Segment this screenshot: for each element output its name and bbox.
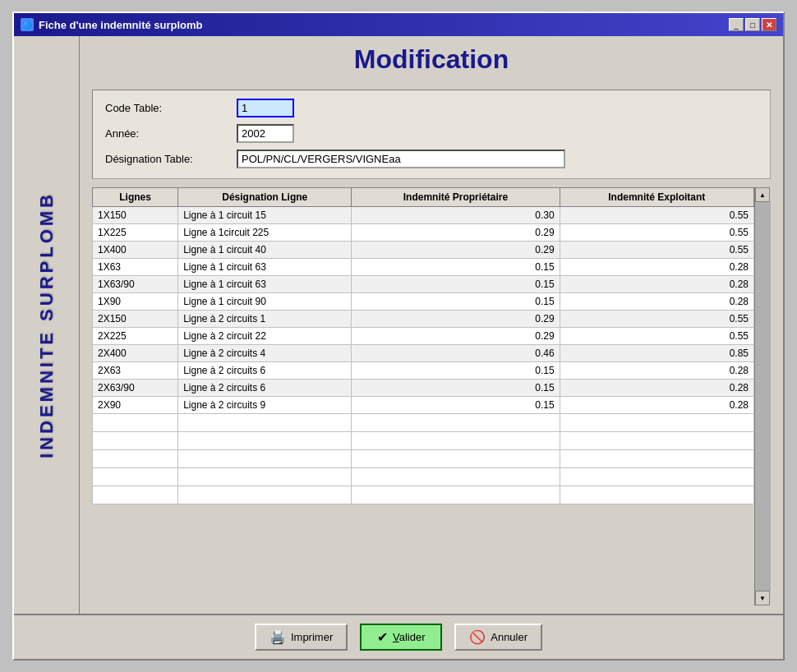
title-bar-controls: _ □ ✕ xyxy=(729,18,776,31)
content-area: INDEMNITE SURPLOMB Modification Code Tab… xyxy=(14,36,783,614)
cell-lignes: 1X225 xyxy=(93,224,178,242)
table-row[interactable]: 2X63/90 Ligne à 2 circuits 6 0.15 0.28 xyxy=(93,380,754,397)
cell-designation: Ligne à 2 circuits 6 xyxy=(178,362,352,380)
scroll-up-arrow[interactable]: ▲ xyxy=(755,187,770,202)
cell-lignes: 1X150 xyxy=(93,207,178,224)
col-exploit: Indemnité Exploitant xyxy=(560,188,753,207)
empty-cell xyxy=(560,468,753,486)
table-row[interactable]: 1X63/90 Ligne à 1 circuit 63 0.15 0.28 xyxy=(93,276,754,293)
code-table-input[interactable] xyxy=(237,99,294,117)
cell-lignes: 1X63 xyxy=(93,259,178,276)
cell-proprio: 0.29 xyxy=(352,311,560,328)
table-wrapper[interactable]: Lignes Désignation Ligne Indemnité Propr… xyxy=(92,187,754,605)
printer-icon: 🖨️ xyxy=(270,629,286,645)
empty-row xyxy=(93,468,754,486)
empty-cell xyxy=(560,432,753,450)
table-row[interactable]: 1X150 Ligne à 1 circuit 15 0.30 0.55 xyxy=(93,207,754,224)
table-row[interactable]: 2X90 Ligne à 2 circuits 9 0.15 0.28 xyxy=(93,397,754,414)
table-body: 1X150 Ligne à 1 circuit 15 0.30 0.55 1X2… xyxy=(93,207,754,504)
empty-row xyxy=(93,432,754,450)
cell-exploit: 0.28 xyxy=(560,397,753,414)
cell-proprio: 0.15 xyxy=(352,259,560,276)
cell-lignes: 2X400 xyxy=(93,345,178,362)
cell-designation: Ligne à 1 circuit 40 xyxy=(178,242,352,259)
annee-label: Année: xyxy=(105,127,237,140)
minimize-button[interactable]: _ xyxy=(729,18,744,31)
title-bar: 🔷 Fiche d'une indemnité surplomb _ □ ✕ xyxy=(14,13,783,36)
cell-lignes: 1X63/90 xyxy=(93,276,178,293)
cancel-icon: 🚫 xyxy=(469,629,486,645)
valider-button[interactable]: ✔ Valider xyxy=(360,624,442,651)
sidebar-text: INDEMNITE SURPLOMB xyxy=(36,191,58,458)
scroll-down-arrow[interactable]: ▼ xyxy=(755,591,770,605)
empty-row xyxy=(93,450,754,468)
maximize-button[interactable]: □ xyxy=(745,18,760,31)
header-row: Lignes Désignation Ligne Indemnité Propr… xyxy=(93,188,754,207)
scroll-track[interactable] xyxy=(755,202,771,591)
designation-label: Désignation Table: xyxy=(105,153,237,165)
cell-proprio: 0.15 xyxy=(352,397,560,414)
cell-lignes: 2X63 xyxy=(93,362,178,380)
form-section: Code Table: Année: Désignation Table: xyxy=(92,90,771,179)
table-row[interactable]: 1X63 Ligne à 1 circuit 63 0.15 0.28 xyxy=(93,259,754,276)
empty-cell xyxy=(352,450,560,468)
check-icon: ✔ xyxy=(377,629,388,645)
annee-input[interactable] xyxy=(237,124,294,143)
cell-designation: Ligne à 1 circuit 63 xyxy=(178,259,352,276)
cell-exploit: 0.28 xyxy=(560,293,753,311)
cell-designation: Ligne à 1 circuit 63 xyxy=(178,276,352,293)
main-content: Modification Code Table: Année: Désignat… xyxy=(80,36,783,614)
cell-lignes: 2X90 xyxy=(93,397,178,414)
empty-cell xyxy=(178,486,352,504)
table-row[interactable]: 1X90 Ligne à 1 circuit 90 0.15 0.28 xyxy=(93,293,754,311)
cell-exploit: 0.28 xyxy=(560,259,753,276)
cell-lignes: 2X225 xyxy=(93,328,178,345)
cell-exploit: 0.28 xyxy=(560,380,753,397)
annuler-button[interactable]: 🚫 Annuler xyxy=(454,624,542,651)
code-table-label: Code Table: xyxy=(105,102,237,114)
table-row[interactable]: 1X225 Ligne à 1circuit 225 0.29 0.55 xyxy=(93,224,754,242)
empty-cell xyxy=(352,432,560,450)
col-designation: Désignation Ligne xyxy=(178,188,352,207)
window-title: Fiche d'une indemnité surplomb xyxy=(39,19,203,31)
annuler-label: Annuler xyxy=(491,631,527,643)
designation-input[interactable] xyxy=(237,150,565,168)
main-window: 🔷 Fiche d'une indemnité surplomb _ □ ✕ I… xyxy=(12,12,785,660)
table-row[interactable]: 2X400 Ligne à 2 circuits 4 0.46 0.85 xyxy=(93,345,754,362)
empty-cell xyxy=(93,486,178,504)
window-icon: 🔷 xyxy=(21,18,34,31)
imprimer-button[interactable]: 🖨️ Imprimer xyxy=(255,624,348,651)
table-row[interactable]: 2X225 Ligne à 2 circuit 22 0.29 0.55 xyxy=(93,328,754,345)
sidebar: INDEMNITE SURPLOMB xyxy=(14,36,80,614)
empty-cell xyxy=(178,450,352,468)
cell-proprio: 0.30 xyxy=(352,207,560,224)
valider-label: Valider xyxy=(393,631,426,643)
empty-cell xyxy=(178,468,352,486)
close-button[interactable]: ✕ xyxy=(762,18,776,31)
cell-designation: Ligne à 2 circuits 9 xyxy=(178,397,352,414)
empty-cell xyxy=(178,414,352,432)
table-row[interactable]: 2X63 Ligne à 2 circuits 6 0.15 0.28 xyxy=(93,362,754,380)
cell-proprio: 0.15 xyxy=(352,293,560,311)
cell-exploit: 0.28 xyxy=(560,362,753,380)
cell-proprio: 0.15 xyxy=(352,380,560,397)
empty-cell xyxy=(352,468,560,486)
empty-cell xyxy=(93,468,178,486)
table-row[interactable]: 1X400 Ligne à 1 circuit 40 0.29 0.55 xyxy=(93,242,754,259)
footer-bar: 🖨️ Imprimer ✔ Valider 🚫 Annuler xyxy=(14,614,783,659)
empty-cell xyxy=(560,414,753,432)
empty-cell xyxy=(93,450,178,468)
code-table-row: Code Table: xyxy=(105,99,758,117)
table-row[interactable]: 2X150 Ligne à 2 circuits 1 0.29 0.55 xyxy=(93,311,754,328)
cell-designation: Ligne à 1 circuit 15 xyxy=(178,207,352,224)
designation-row: Désignation Table: xyxy=(105,150,758,168)
cell-proprio: 0.15 xyxy=(352,362,560,380)
cell-lignes: 2X63/90 xyxy=(93,380,178,397)
cell-proprio: 0.29 xyxy=(352,242,560,259)
cell-designation: Ligne à 1circuit 225 xyxy=(178,224,352,242)
cell-exploit: 0.55 xyxy=(560,242,753,259)
scrollbar[interactable]: ▲ ▼ xyxy=(754,187,771,605)
empty-row xyxy=(93,414,754,432)
cell-proprio: 0.29 xyxy=(352,328,560,345)
imprimer-label: Imprimer xyxy=(291,631,333,643)
